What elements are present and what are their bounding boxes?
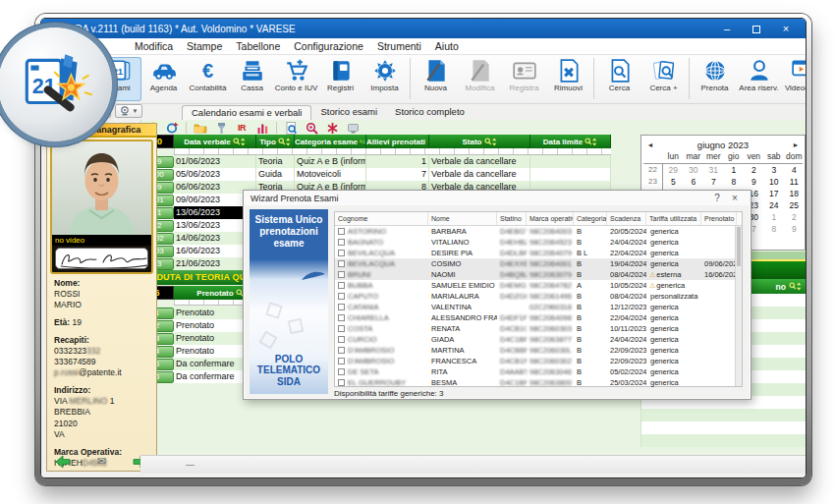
calendar-day[interactable]: 4: [784, 164, 805, 176]
calendar-day[interactable]: 9: [744, 176, 764, 188]
calendar-day[interactable]: 10: [764, 176, 785, 188]
ir-report-icon[interactable]: IR: [235, 122, 249, 135]
calendar-day[interactable]: 5: [663, 176, 684, 188]
calendar-day[interactable]: 8: [764, 223, 785, 235]
asterisk-icon[interactable]: [325, 122, 339, 135]
row-checkbox[interactable]: [338, 271, 345, 278]
row-checkbox[interactable]: [338, 314, 345, 321]
calendar-day[interactable]: 2: [784, 211, 805, 223]
row-checkbox[interactable]: [338, 250, 345, 256]
menu-item[interactable]: Stampe: [180, 40, 229, 52]
tab-storico-completo[interactable]: Storico completo: [386, 105, 473, 120]
dialog-column-header[interactable]: Prenotato il: [701, 212, 737, 225]
table-row[interactable]: DE SETA RITA D4AABT 98C2063046 B 05/02/2…: [335, 366, 742, 377]
minimize-button[interactable]: –: [715, 20, 739, 37]
dialog-column-header[interactable]: Categoria: [574, 212, 607, 225]
exam-column-header[interactable]: Stato: [429, 135, 530, 148]
close-button[interactable]: ×: [774, 20, 798, 37]
toolbar-cerca-plus[interactable]: Cerca +: [641, 57, 686, 101]
dialog-column-header[interactable]: Nome: [428, 212, 497, 225]
toolbar-registri[interactable]: Registri: [318, 57, 362, 101]
dialog-column-header[interactable]: Cognome: [335, 212, 428, 225]
toolbar-agenda[interactable]: Agenda: [141, 57, 186, 101]
filter-sort-icon[interactable]: [360, 138, 365, 146]
calendar-day[interactable]: 8: [724, 176, 745, 188]
filter-sort-icon[interactable]: [278, 138, 291, 146]
dialog-help-button[interactable]: ?: [708, 193, 726, 203]
table-row[interactable]: BAGNATO VITALIANO D4EHBZ 98C2064523 B 24…: [335, 237, 742, 248]
filter-icon[interactable]: [214, 122, 228, 135]
calendar-next-button[interactable]: ►: [789, 141, 803, 148]
table-row[interactable]: 100 05/06/2023 Guida Motoveicoli 7 Verba…: [140, 168, 611, 181]
row-checkbox[interactable]: [338, 282, 345, 289]
toolbar-contabilita[interactable]: € Contabilità: [186, 57, 230, 101]
calendar-day[interactable]: 17: [764, 188, 785, 199]
toolbar-nuova[interactable]: Nuova: [414, 57, 458, 101]
row-checkbox[interactable]: [338, 358, 345, 364]
dialog-scrollbar[interactable]: [735, 226, 742, 386]
filter-sort-icon[interactable]: [789, 282, 802, 291]
cell-data-verbale[interactable]: 05/06/2023: [174, 168, 256, 181]
chart-icon[interactable]: [255, 122, 269, 135]
row-checkbox[interactable]: [338, 260, 345, 267]
dialog-column-header[interactable]: Statino: [497, 212, 527, 225]
exam-column-header[interactable]: Tipo: [256, 135, 295, 148]
scrollbar-thumb[interactable]: [737, 227, 741, 266]
calendar-day[interactable]: 25: [784, 199, 805, 211]
print-icon[interactable]: [346, 122, 360, 135]
toolbar-rimuovi[interactable]: Rimuovi: [546, 57, 590, 101]
table-row[interactable]: BUBBA SAMUELE EMIDIO D4EMGZ 98C2064782 A…: [335, 280, 742, 291]
calendar-day[interactable]: 23: [643, 176, 663, 188]
exam-column-header[interactable]: Data verbale: [174, 135, 256, 148]
toolbar-modifica[interactable]: Modifica: [458, 57, 502, 101]
menu-item[interactable]: Strumenti: [370, 40, 428, 52]
maximize-button[interactable]: [745, 20, 768, 37]
exam-column-header[interactable]: Categoria esame: [295, 135, 366, 148]
table-row[interactable]: EL GUERROUBY BESMA D4C1BN 98C2063800 B 2…: [335, 377, 742, 388]
row-checkbox[interactable]: [338, 336, 345, 343]
menu-item[interactable]: Aiuto: [428, 40, 466, 52]
calendar-day[interactable]: 6: [684, 176, 704, 188]
webcam-button[interactable]: ▼: [115, 104, 142, 118]
calendar-prev-button[interactable]: ◄: [643, 141, 657, 148]
calendar-day[interactable]: 11: [784, 176, 805, 188]
table-row[interactable]: D'AMBROSIO FRANCESCA D4CB1N 98C2060302 B…: [335, 356, 742, 366]
toolbar-imposta[interactable]: Imposta: [362, 57, 407, 101]
dialog-column-header[interactable]: Scadenza: [607, 212, 646, 225]
table-row[interactable]: CATANIA VALENTINA 02C2960318 B 12/12/202…: [335, 302, 742, 312]
calendar-day[interactable]: 30: [684, 164, 704, 176]
calendar-day[interactable]: 9: [784, 223, 805, 235]
table-row[interactable]: 99 01/06/2023 Teoria Quiz A e B (inform.…: [140, 155, 611, 168]
cell-data-verbale[interactable]: 01/06/2023: [174, 155, 256, 168]
toolbar-cassa[interactable]: Cassa: [230, 57, 274, 101]
calendar-day[interactable]: 1: [724, 164, 745, 176]
row-checkbox[interactable]: [338, 304, 345, 310]
row-checkbox[interactable]: [338, 379, 345, 386]
calendar-day[interactable]: 24: [764, 199, 785, 211]
calendar-day[interactable]: 2: [744, 164, 764, 176]
table-row[interactable]: D'AMBROSIO MARTINA D4CBBM 98C206030L B 2…: [335, 345, 742, 356]
row-checkbox[interactable]: [338, 368, 345, 375]
dialog-column-header[interactable]: Marca operativa: [527, 212, 574, 225]
toolbar-conto-iuv[interactable]: Conto e IUV: [274, 57, 318, 101]
calendar-day[interactable]: 29: [663, 164, 684, 176]
row-checkbox[interactable]: [338, 239, 345, 246]
dialog-column-header[interactable]: Tariffa utilizzata: [646, 212, 701, 225]
search-advanced-icon[interactable]: [305, 122, 318, 135]
menu-item[interactable]: Modifica: [128, 40, 180, 52]
toolbar-area-riservata[interactable]: Area riserv.: [737, 57, 781, 101]
calendar-day[interactable]: 7: [703, 176, 724, 188]
calendar-day[interactable]: 31: [703, 164, 724, 176]
calendar-day[interactable]: 3: [764, 164, 785, 176]
table-row[interactable]: ASTORINO BARBARA D4EBGY 98C2064003 B 20/…: [335, 226, 742, 237]
toolbar-cerca[interactable]: Cerca: [597, 57, 641, 101]
search-page-icon[interactable]: [284, 122, 298, 135]
table-row[interactable]: BEVILACQUA COSIMO D4EXXE 98C2064001 B 19…: [335, 258, 742, 269]
refresh-icon[interactable]: [165, 122, 179, 135]
toolbar-prenota[interactable]: Prenota: [693, 57, 737, 101]
dialog-close-button[interactable]: ×: [726, 193, 744, 203]
send-mail-button[interactable]: ✉: [97, 455, 106, 468]
table-row[interactable]: CAPUTO MARIALAURA D4DZGH 98C2061496 B 08…: [335, 291, 742, 302]
exam-filter-row[interactable]: [174, 148, 611, 155]
table-row[interactable]: BEVILACQUA DESIRE PIA D4DLBR 98C2064079 …: [335, 248, 742, 258]
